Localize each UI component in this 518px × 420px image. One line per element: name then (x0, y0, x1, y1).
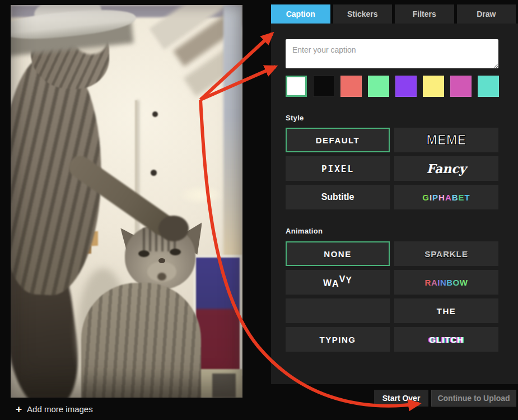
style-section-label: Style (286, 114, 304, 122)
tab-draw[interactable]: Draw (457, 4, 516, 24)
animation-option-glitch[interactable]: GLITCH (394, 327, 498, 352)
animation-option-wavy[interactable]: WAVY (286, 270, 390, 295)
tab-stickers[interactable]: Stickers (333, 4, 393, 24)
color-swatch-white[interactable] (286, 76, 307, 97)
start-over-button[interactable]: Start Over (374, 390, 428, 407)
tab-filters[interactable]: Filters (395, 4, 454, 24)
animation-option-typing[interactable]: TYPING (286, 327, 390, 352)
animation-options-grid: NONE SPARKLE WAVY RAINBOW THE TYPING GLI… (286, 241, 498, 352)
caption-input[interactable] (286, 39, 498, 68)
style-option-meme[interactable]: MEME (394, 128, 498, 152)
caption-panel: Style DEFAULT MEME PIXEL Fancy Subtitle … (271, 24, 518, 384)
animation-option-the[interactable]: THE (394, 298, 498, 323)
style-option-pixel[interactable]: PIXEL (286, 156, 390, 181)
animation-option-rainbow[interactable]: RAINBOW (394, 270, 498, 295)
color-swatch-purple[interactable] (395, 76, 417, 97)
gif-preview-image (11, 5, 242, 398)
photo-vignette (11, 5, 242, 398)
animation-section-label: Animation (286, 227, 323, 235)
continue-to-upload-button[interactable]: Continue to Upload (431, 390, 516, 407)
style-option-giphabet[interactable]: GIPHABET (394, 185, 498, 209)
style-option-fancy[interactable]: Fancy (394, 156, 498, 181)
color-swatch-magenta[interactable] (450, 76, 472, 97)
animation-option-sparkle[interactable]: SPARKLE (394, 241, 498, 266)
animation-option-blank[interactable] (286, 298, 390, 323)
style-options-grid: DEFAULT MEME PIXEL Fancy Subtitle GIPHAB… (286, 128, 498, 209)
tab-caption[interactable]: Caption (271, 4, 330, 24)
color-swatch-yellow[interactable] (423, 76, 444, 97)
caption-color-swatches (286, 76, 499, 97)
style-option-subtitle[interactable]: Subtitle (286, 185, 390, 209)
plus-icon: + (16, 404, 22, 414)
color-swatch-teal[interactable] (478, 76, 499, 97)
animation-option-none[interactable]: NONE (286, 241, 390, 266)
color-swatch-red[interactable] (340, 76, 362, 97)
style-option-default[interactable]: DEFAULT (286, 128, 390, 152)
add-more-images-label: Add more images (27, 404, 93, 414)
color-swatch-black[interactable] (313, 76, 334, 97)
editor-tabs: Caption Stickers Filters Draw (271, 4, 516, 24)
color-swatch-green[interactable] (368, 76, 389, 97)
add-more-images-button[interactable]: + Add more images (16, 402, 93, 416)
gif-editor-screen: + Add more images Caption Stickers Filte… (0, 0, 518, 420)
